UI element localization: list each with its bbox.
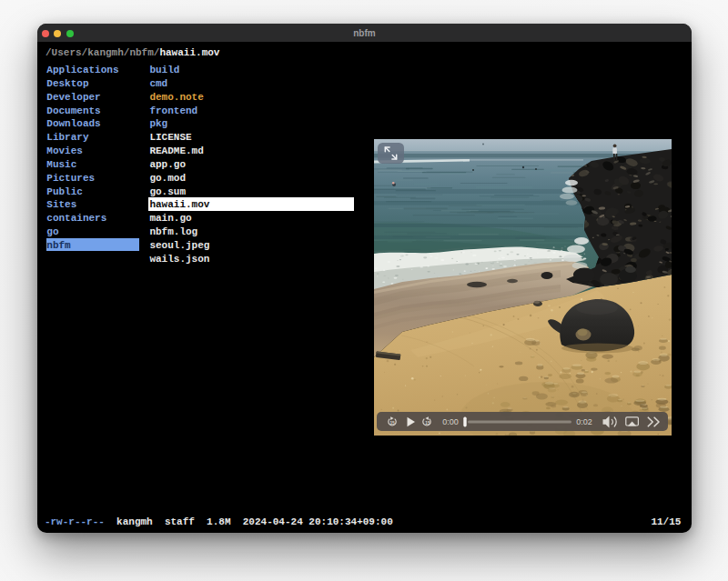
- svg-text:0:02: 0:02: [576, 417, 592, 426]
- svg-text:15: 15: [389, 421, 395, 426]
- svg-text:0:00: 0:00: [442, 417, 459, 426]
- svg-text:15: 15: [425, 421, 430, 426]
